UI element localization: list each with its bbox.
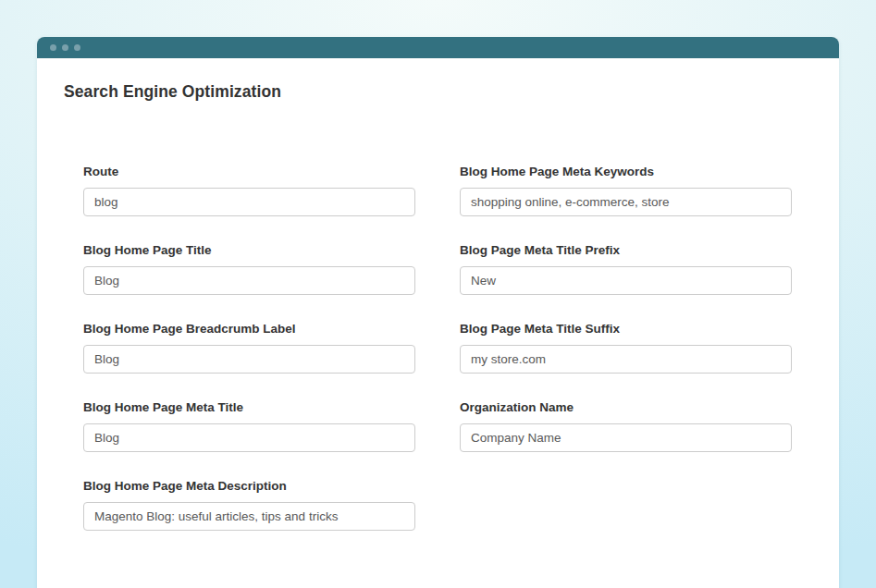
window-titlebar	[37, 37, 839, 58]
field-label: Blog Home Page Meta Keywords	[460, 165, 792, 178]
blog-page-meta-title-suffix-input[interactable]	[460, 345, 792, 374]
field-label: Blog Home Page Meta Description	[83, 479, 415, 493]
blog-home-page-breadcrumb-label-input[interactable]	[83, 345, 415, 374]
window-control-dot[interactable]	[50, 44, 56, 51]
field-label: Route	[83, 165, 415, 178]
form-field-title-prefix: Blog Page Meta Title Prefix	[460, 243, 792, 295]
field-label: Blog Home Page Meta Title	[83, 400, 415, 414]
blog-home-page-meta-keywords-input[interactable]	[460, 188, 792, 216]
organization-name-input[interactable]	[460, 423, 792, 452]
blog-home-page-title-input[interactable]	[83, 266, 415, 295]
window-control-dot[interactable]	[74, 44, 80, 51]
form-field-breadcrumb-label: Blog Home Page Breadcrumb Label	[83, 322, 415, 374]
form-field-route: Route	[83, 165, 415, 216]
blog-home-page-meta-title-input[interactable]	[83, 423, 415, 452]
settings-body: Search Engine Optimization Route Blog Ho…	[37, 58, 839, 557]
page-title: Search Engine Optimization	[64, 82, 839, 102]
form-field-home-title: Blog Home Page Title	[83, 243, 415, 295]
field-label: Organization Name	[460, 400, 792, 414]
form-right-column: Blog Home Page Meta Keywords Blog Page M…	[460, 165, 792, 557]
form-field-meta-title: Blog Home Page Meta Title	[83, 400, 415, 452]
blog-home-page-meta-description-input[interactable]	[83, 502, 415, 531]
field-label: Blog Home Page Breadcrumb Label	[83, 322, 415, 336]
settings-card: Search Engine Optimization Route Blog Ho…	[37, 37, 839, 588]
field-label: Blog Page Meta Title Prefix	[460, 243, 792, 257]
form-field-title-suffix: Blog Page Meta Title Suffix	[460, 322, 792, 374]
form-field-meta-keywords: Blog Home Page Meta Keywords	[460, 165, 792, 216]
seo-settings-form: Route Blog Home Page Title Blog Home Pag…	[64, 165, 839, 557]
form-field-organization-name: Organization Name	[460, 400, 792, 452]
route-input[interactable]	[83, 188, 415, 216]
blog-page-meta-title-prefix-input[interactable]	[460, 266, 792, 295]
field-label: Blog Page Meta Title Suffix	[460, 322, 792, 336]
field-label: Blog Home Page Title	[83, 243, 415, 257]
form-left-column: Route Blog Home Page Title Blog Home Pag…	[83, 165, 415, 557]
form-field-meta-description: Blog Home Page Meta Description	[83, 479, 415, 531]
window-control-dot[interactable]	[62, 44, 68, 51]
